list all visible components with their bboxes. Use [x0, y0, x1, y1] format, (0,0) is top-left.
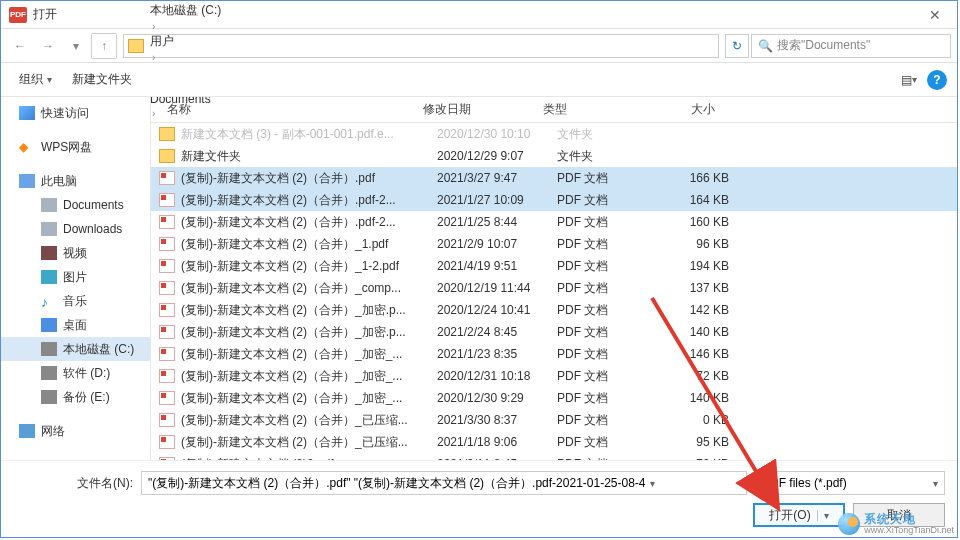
- cell-size: 72 KB: [661, 369, 737, 383]
- file-list[interactable]: 新建文本文档 (3) - 副本-001-001.pdf.e...2020/12/…: [151, 123, 957, 460]
- cell-size: 146 KB: [661, 347, 737, 361]
- cell-name: (复制)-新建文本文档 (2)（合并）_1.pdf: [181, 236, 429, 253]
- table-row[interactable]: (复制)-新建文本文档 (2)（合并）.pdf-2...2021/1/25 8:…: [151, 211, 957, 233]
- cell-type: PDF 文档: [549, 324, 661, 341]
- bottom-bar: 文件名(N): "(复制)-新建文本文档 (2)（合并）.pdf" "(复制)-…: [1, 460, 957, 537]
- pdf-icon: [159, 215, 175, 229]
- sidebar-item[interactable]: Downloads: [1, 217, 150, 241]
- col-size[interactable]: 大小: [647, 101, 723, 118]
- table-row[interactable]: (复制)-新建文本文档 (2)（合并）.pdf-2...2021/1/27 10…: [151, 189, 957, 211]
- new-folder-button[interactable]: 新建文件夹: [64, 67, 140, 92]
- cell-size: 96 KB: [661, 237, 737, 251]
- sidebar-item[interactable]: 网络: [1, 419, 150, 443]
- cell-size: 142 KB: [661, 303, 737, 317]
- table-row[interactable]: (复制)-新建文本文档 (2)（合并）_加密.p...2020/12/24 10…: [151, 299, 957, 321]
- sidebar-item[interactable]: ♪音乐: [1, 289, 150, 313]
- sidebar-item[interactable]: 备份 (E:): [1, 385, 150, 409]
- sidebar-item[interactable]: 快速访问: [1, 101, 150, 125]
- table-row[interactable]: 新建文件夹2020/12/29 9:07文件夹: [151, 145, 957, 167]
- ic-dl-icon: [41, 222, 57, 236]
- cell-date: 2020/12/31 10:18: [429, 369, 549, 383]
- pdf-icon: [159, 193, 175, 207]
- pdf-icon: [159, 347, 175, 361]
- table-row[interactable]: (复制)-新建文本文档 (2)（合并）_加密_...2020/12/31 10:…: [151, 365, 957, 387]
- ic-pic-icon: [41, 270, 57, 284]
- cell-size: 140 KB: [661, 325, 737, 339]
- sidebar-item[interactable]: 视频: [1, 241, 150, 265]
- watermark-logo-icon: [838, 513, 860, 535]
- ic-doc-icon: [41, 198, 57, 212]
- organize-menu[interactable]: 组织▾: [11, 67, 60, 92]
- col-date[interactable]: 修改日期: [415, 101, 535, 118]
- col-type[interactable]: 类型: [535, 101, 647, 118]
- sidebar-item[interactable]: Documents: [1, 193, 150, 217]
- table-row[interactable]: (复制)-新建文本文档 (2)（合并）_加密_...2020/12/30 9:2…: [151, 387, 957, 409]
- col-name[interactable]: 名称: [159, 101, 415, 118]
- ic-net-icon: [19, 424, 35, 438]
- cell-type: PDF 文档: [549, 390, 661, 407]
- cell-date: 2021/1/23 8:35: [429, 347, 549, 361]
- breadcrumb-segment[interactable]: 本地磁盘 (C:): [148, 2, 223, 19]
- cell-type: PDF 文档: [549, 346, 661, 363]
- search-placeholder: 搜索"Documents": [777, 37, 870, 54]
- ic-hdd-icon: [41, 390, 57, 404]
- cell-size: 137 KB: [661, 281, 737, 295]
- view-mode-button[interactable]: ▤ ▾: [895, 68, 923, 92]
- sidebar-item[interactable]: 桌面: [1, 313, 150, 337]
- forward-button[interactable]: →: [35, 33, 61, 59]
- cell-size: 72 KB: [661, 457, 737, 460]
- ic-mus-icon: ♪: [41, 294, 57, 308]
- up-button[interactable]: ↑: [91, 33, 117, 59]
- filename-input[interactable]: "(复制)-新建文本文档 (2)（合并）.pdf" "(复制)-新建文本文档 (…: [141, 471, 747, 495]
- sidebar-item[interactable]: 此电脑: [1, 169, 150, 193]
- close-icon[interactable]: ✕: [917, 7, 953, 23]
- cell-date: 2020/12/30 10:10: [429, 127, 549, 141]
- cell-name: (复制)-新建文本文档 (2)（合并）_comp...: [181, 280, 429, 297]
- table-row[interactable]: (复制)-新建文本文档 (2)（合并）_加密_...2021/1/23 8:35…: [151, 343, 957, 365]
- sidebar-item[interactable]: ◆WPS网盘: [1, 135, 150, 159]
- sidebar-item-label: 网络: [41, 423, 65, 440]
- breadcrumb-segment[interactable]: 用户: [148, 33, 223, 50]
- refresh-button[interactable]: ↻: [725, 34, 749, 58]
- open-button[interactable]: 打开(O)▾: [753, 503, 845, 527]
- sidebar-item-label: 音乐: [63, 293, 87, 310]
- watermark: 系统天地 www.XiTongTianDi.net: [838, 513, 954, 536]
- filename-dropdown-icon[interactable]: ▾: [646, 478, 660, 489]
- search-input[interactable]: 🔍 搜索"Documents": [751, 34, 951, 58]
- history-dropdown[interactable]: ▾: [63, 33, 89, 59]
- table-row[interactable]: (复制)-新建文本文档 (2)（合并）_已压缩...2021/1/18 9:06…: [151, 431, 957, 453]
- back-button[interactable]: ←: [7, 33, 33, 59]
- cell-name: (复制)-新建文本文档 (2)（合并）_加密.p...: [181, 324, 429, 341]
- ic-wps-icon: ◆: [19, 140, 35, 154]
- ic-hdd-icon: [41, 342, 57, 356]
- table-row[interactable]: (复制)-新建文本文档 (2)0.pdf2021/3/11 8:45PDF 文档…: [151, 453, 957, 460]
- table-row[interactable]: (复制)-新建文本文档 (2)（合并）_comp...2020/12/19 11…: [151, 277, 957, 299]
- table-row[interactable]: (复制)-新建文本文档 (2)（合并）_1-2.pdf2021/4/19 9:5…: [151, 255, 957, 277]
- ic-star-icon: [19, 106, 35, 120]
- table-row[interactable]: (复制)-新建文本文档 (2)（合并）.pdf2021/3/27 9:47PDF…: [151, 167, 957, 189]
- table-row[interactable]: (复制)-新建文本文档 (2)（合并）_1.pdf2021/2/9 10:07P…: [151, 233, 957, 255]
- help-icon[interactable]: ?: [927, 70, 947, 90]
- cell-name: (复制)-新建文本文档 (2)（合并）_加密_...: [181, 390, 429, 407]
- table-row[interactable]: (复制)-新建文本文档 (2)（合并）_已压缩...2021/3/30 8:37…: [151, 409, 957, 431]
- ic-desk-icon: [41, 318, 57, 332]
- table-row[interactable]: 新建文本文档 (3) - 副本-001-001.pdf.e...2020/12/…: [151, 123, 957, 145]
- cell-date: 2020/12/30 9:29: [429, 391, 549, 405]
- cell-date: 2021/2/9 10:07: [429, 237, 549, 251]
- cell-date: 2020/12/19 11:44: [429, 281, 549, 295]
- sidebar-item[interactable]: 本地磁盘 (C:): [1, 337, 150, 361]
- sidebar-item[interactable]: 软件 (D:): [1, 361, 150, 385]
- search-icon: 🔍: [758, 39, 773, 53]
- sidebar-item[interactable]: 图片: [1, 265, 150, 289]
- ic-hdd-icon: [41, 366, 57, 380]
- cell-date: 2021/1/27 10:09: [429, 193, 549, 207]
- chevron-right-icon: ›: [148, 0, 159, 1]
- cell-date: 2020/12/24 10:41: [429, 303, 549, 317]
- file-pane: 名称 修改日期 类型 大小 新建文本文档 (3) - 副本-001-001.pd…: [151, 97, 957, 460]
- file-type-filter[interactable]: PDF files (*.pdf)▾: [755, 471, 945, 495]
- pdf-icon: [159, 237, 175, 251]
- table-row[interactable]: (复制)-新建文本文档 (2)（合并）_加密.p...2021/2/24 8:4…: [151, 321, 957, 343]
- cell-size: 194 KB: [661, 259, 737, 273]
- pdf-icon: [159, 435, 175, 449]
- address-bar[interactable]: 此电脑›本地磁盘 (C:)›用户›pc›Documents›: [123, 34, 719, 58]
